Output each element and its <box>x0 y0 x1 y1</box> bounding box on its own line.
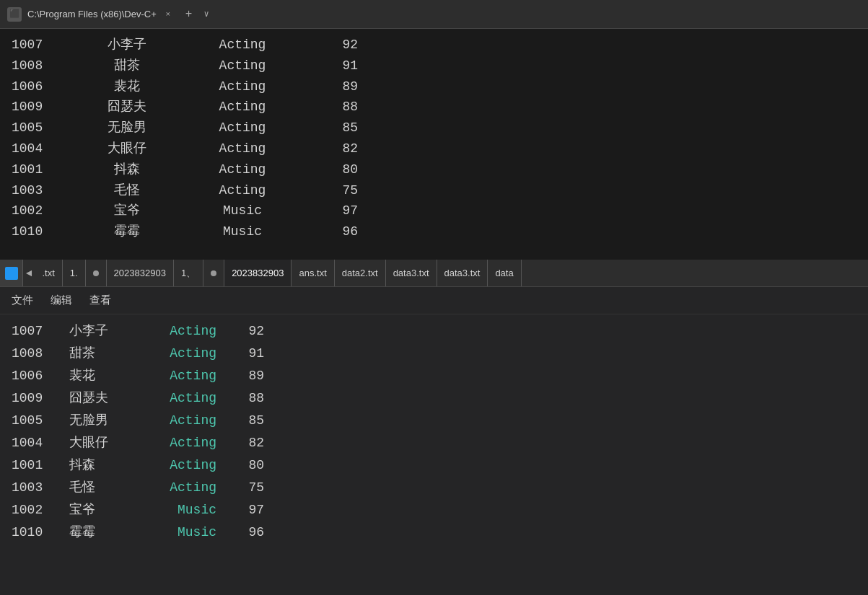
editor-tab-0[interactable]: .txt <box>35 260 62 287</box>
editor-tabbar: ◄.txt1.20238329031、2023832903ans.txtdata… <box>0 260 868 287</box>
cell-type: Acting <box>156 432 228 454</box>
table-row: 1004 大眼仔 Acting 82 <box>12 432 856 454</box>
cell-type: Acting <box>185 138 300 159</box>
cell-type: Music <box>156 499 228 521</box>
menu-item-2[interactable]: 查看 <box>89 294 111 307</box>
cell-name: 囧瑟夫 <box>69 97 185 118</box>
cell-name: 小李子 <box>69 320 156 343</box>
cell-score: 97 <box>228 499 264 521</box>
editor-window: ◄.txt1.20238329031、2023832903ans.txtdata… <box>0 260 868 595</box>
cell-type: Music <box>185 200 300 221</box>
cell-name: 霉霉 <box>69 521 156 544</box>
cell-name: 大眼仔 <box>69 432 156 454</box>
cell-type: Acting <box>185 35 300 56</box>
cell-id: 1007 <box>12 320 69 343</box>
cell-score: 88 <box>228 387 264 410</box>
cell-score: 82 <box>300 138 358 159</box>
cell-type: Acting <box>156 477 228 499</box>
menu-item-1[interactable]: 编辑 <box>51 294 72 307</box>
cell-type: Acting <box>185 56 300 76</box>
cell-id: 1001 <box>12 159 69 180</box>
table-row: 1002 宝爷 Music 97 <box>12 200 856 221</box>
cell-name: 毛怪 <box>69 477 156 499</box>
cell-name: 宝爷 <box>69 200 185 221</box>
editor-tab-7[interactable]: ans.txt <box>291 260 334 287</box>
terminal-icon: ⬛ <box>7 7 22 22</box>
table-row: 1001 抖森 Acting 80 <box>12 159 856 180</box>
cell-score: 88 <box>300 97 358 118</box>
cell-id: 1010 <box>12 521 69 544</box>
cell-name: 毛怪 <box>69 180 185 201</box>
cell-score: 85 <box>228 410 264 432</box>
cell-type: Acting <box>185 118 300 138</box>
cell-id: 1004 <box>12 138 69 159</box>
editor-tab-2[interactable] <box>86 260 107 287</box>
tab-nav-left[interactable]: ◄ <box>23 260 35 287</box>
cell-name: 囧瑟夫 <box>69 387 156 410</box>
menu-bar: 文件编辑查看 <box>0 287 868 314</box>
terminal-new-tab-button[interactable]: + <box>183 8 196 21</box>
cell-type: Acting <box>156 454 228 477</box>
cell-name: 大眼仔 <box>69 138 185 159</box>
cell-name: 霉霉 <box>69 221 185 242</box>
editor-tab-6[interactable]: 2023832903 <box>224 260 291 287</box>
editor-tab-10[interactable]: data3.txt <box>437 260 488 287</box>
table-row: 1001 抖森 Acting 80 <box>12 454 856 477</box>
editor-tab-3[interactable]: 2023832903 <box>107 260 174 287</box>
cell-score: 92 <box>300 35 358 56</box>
cell-name: 无脸男 <box>69 410 156 432</box>
cell-score: 92 <box>228 320 264 343</box>
table-row: 1007 小李子 Acting 92 <box>12 320 856 343</box>
tab-modified-dot <box>211 270 216 276</box>
terminal-tab-chevron[interactable]: ∨ <box>201 9 211 19</box>
table-row: 1010 霉霉 Music 96 <box>12 521 856 544</box>
terminal-title: C:\Program Files (x86)\Dev-C+ <box>27 9 157 19</box>
cell-score: 75 <box>300 180 358 201</box>
table-row: 1009 囧瑟夫 Acting 88 <box>12 387 856 410</box>
cell-type: Acting <box>185 159 300 180</box>
cell-score: 85 <box>300 118 358 138</box>
cell-type: Acting <box>156 320 228 343</box>
editor-tab-11[interactable]: data <box>488 260 521 287</box>
cell-id: 1004 <box>12 432 69 454</box>
cell-type: Acting <box>185 97 300 118</box>
cell-name: 裴花 <box>69 76 185 97</box>
table-row: 1010 霉霉 Music 96 <box>12 221 856 242</box>
editor-tab-4[interactable]: 1、 <box>174 260 203 287</box>
table-row: 1008 甜茶 Acting 91 <box>12 56 856 76</box>
editor-tab-9[interactable]: data3.txt <box>386 260 437 287</box>
cell-id: 1006 <box>12 365 69 387</box>
editor-tab-1[interactable]: 1. <box>63 260 86 287</box>
table-row: 1006 裴花 Acting 89 <box>12 76 856 97</box>
cell-score: 89 <box>228 365 264 387</box>
cell-id: 1006 <box>12 76 69 97</box>
cell-id: 1002 <box>12 499 69 521</box>
table-row: 1006 裴花 Acting 89 <box>12 365 856 387</box>
terminal-titlebar: ⬛ C:\Program Files (x86)\Dev-C+ × + ∨ <box>0 0 868 29</box>
cell-type: Acting <box>156 387 228 410</box>
cell-type: Acting <box>185 180 300 201</box>
terminal-close-button[interactable]: × <box>162 9 174 20</box>
cell-score: 82 <box>228 432 264 454</box>
cell-type: Acting <box>185 76 300 97</box>
cell-score: 96 <box>300 221 358 242</box>
terminal-output: 1007 小李子 Acting 92 1008 甜茶 Acting 91 100… <box>0 29 868 260</box>
table-row: 1004 大眼仔 Acting 82 <box>12 138 856 159</box>
table-row: 1003 毛怪 Acting 75 <box>12 477 856 499</box>
cell-id: 1002 <box>12 200 69 221</box>
cell-name: 甜茶 <box>69 56 185 76</box>
cell-name: 无脸男 <box>69 118 185 138</box>
cell-name: 抖森 <box>69 159 185 180</box>
cell-score: 80 <box>228 454 264 477</box>
cell-id: 1005 <box>12 118 69 138</box>
cell-id: 1008 <box>12 343 69 365</box>
cell-type: Music <box>185 221 300 242</box>
editor-tab-5[interactable] <box>203 260 224 287</box>
cell-name: 裴花 <box>69 365 156 387</box>
cell-name: 甜茶 <box>69 343 156 365</box>
cell-id: 1010 <box>12 221 69 242</box>
cell-type: Acting <box>156 365 228 387</box>
cell-name: 宝爷 <box>69 499 156 521</box>
menu-item-0[interactable]: 文件 <box>12 294 33 307</box>
editor-tab-8[interactable]: data2.txt <box>335 260 386 287</box>
